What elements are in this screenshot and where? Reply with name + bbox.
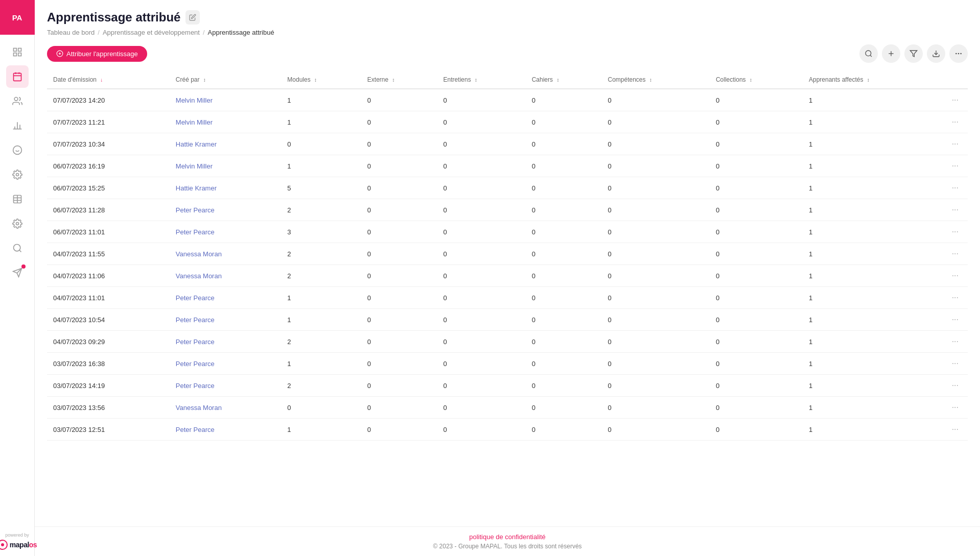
cell-cahiers: 0 bbox=[526, 221, 602, 243]
row-more-button[interactable]: ··· bbox=[949, 248, 962, 259]
copyright-text: © 2023 - Groupe MAPAL. Tous les droits s… bbox=[47, 543, 968, 550]
sidebar-item-reports[interactable] bbox=[6, 114, 29, 137]
table-row: 06/07/2023 15:25 Hattie Kramer 5 0 0 0 0… bbox=[47, 177, 968, 199]
cell-row-actions: ··· bbox=[943, 199, 968, 221]
privacy-link[interactable]: politique de confidentialité bbox=[47, 533, 968, 541]
page-title: Apprentissage attribué bbox=[47, 10, 180, 25]
cell-apprenants: 1 bbox=[803, 397, 943, 419]
cell-creator[interactable]: Peter Pearce bbox=[170, 375, 282, 397]
col-header-creator[interactable]: Créé par ↕ bbox=[170, 71, 282, 89]
sort-entretiens-icon: ↕ bbox=[475, 77, 477, 83]
cell-apprenants: 1 bbox=[803, 221, 943, 243]
filter-button[interactable] bbox=[904, 44, 923, 63]
cell-creator[interactable]: Peter Pearce bbox=[170, 287, 282, 309]
cell-creator[interactable]: Peter Pearce bbox=[170, 199, 282, 221]
cell-cahiers: 0 bbox=[526, 265, 602, 287]
sort-creator-icon: ↕ bbox=[203, 77, 206, 83]
cell-externe: 0 bbox=[361, 353, 437, 375]
cell-creator[interactable]: Melvin Miller bbox=[170, 89, 282, 111]
sidebar-item-assign[interactable] bbox=[6, 65, 29, 88]
row-more-button[interactable]: ··· bbox=[949, 182, 962, 194]
cell-externe: 0 bbox=[361, 397, 437, 419]
more-options-button[interactable] bbox=[949, 44, 968, 63]
assign-learning-button[interactable]: Attribuer l'apprentissage bbox=[47, 46, 147, 62]
cell-creator[interactable]: Peter Pearce bbox=[170, 309, 282, 331]
cell-creator[interactable]: Vanessa Moran bbox=[170, 397, 282, 419]
row-more-button[interactable]: ··· bbox=[949, 116, 962, 128]
cell-modules: 1 bbox=[281, 309, 361, 331]
sidebar-item-satisfaction[interactable] bbox=[6, 139, 29, 161]
sort-apprenants-icon: ↕ bbox=[867, 77, 870, 83]
svg-point-16 bbox=[16, 174, 18, 176]
col-header-cahiers[interactable]: Cahiers ↕ bbox=[526, 71, 602, 89]
cell-competences: 0 bbox=[602, 419, 710, 441]
cell-cahiers: 0 bbox=[526, 111, 602, 133]
sidebar-item-search[interactable] bbox=[6, 237, 29, 259]
cell-creator[interactable]: Peter Pearce bbox=[170, 419, 282, 441]
edit-title-button[interactable] bbox=[185, 10, 200, 25]
cell-date: 06/07/2023 16:19 bbox=[47, 155, 170, 177]
cell-creator[interactable]: Peter Pearce bbox=[170, 331, 282, 353]
row-more-button[interactable]: ··· bbox=[949, 424, 962, 435]
cell-row-actions: ··· bbox=[943, 177, 968, 199]
row-more-button[interactable]: ··· bbox=[949, 380, 962, 391]
breadcrumb-link-dashboard[interactable]: Tableau de bord bbox=[47, 29, 95, 36]
row-more-button[interactable]: ··· bbox=[949, 204, 962, 215]
col-header-competences[interactable]: Compétences ↕ bbox=[602, 71, 710, 89]
table-body: 07/07/2023 14:20 Melvin Miller 1 0 0 0 0… bbox=[47, 89, 968, 441]
cell-entretiens: 0 bbox=[437, 89, 526, 111]
sidebar-item-config[interactable] bbox=[6, 212, 29, 235]
cell-creator[interactable]: Vanessa Moran bbox=[170, 265, 282, 287]
breadcrumb-link-learning[interactable]: Apprentissage et développement bbox=[103, 29, 200, 36]
row-more-button[interactable]: ··· bbox=[949, 336, 962, 347]
sidebar-item-modules[interactable] bbox=[6, 188, 29, 210]
cell-entretiens: 0 bbox=[437, 243, 526, 265]
sidebar-item-dashboard[interactable] bbox=[6, 41, 29, 63]
cell-apprenants: 1 bbox=[803, 133, 943, 155]
sidebar-item-announce[interactable] bbox=[6, 261, 29, 284]
cell-modules: 1 bbox=[281, 155, 361, 177]
svg-point-35 bbox=[961, 53, 961, 54]
row-more-button[interactable]: ··· bbox=[949, 358, 962, 369]
cell-creator[interactable]: Hattie Kramer bbox=[170, 177, 282, 199]
row-more-button[interactable]: ··· bbox=[949, 138, 962, 150]
cell-creator[interactable]: Melvin Miller bbox=[170, 155, 282, 177]
add-button[interactable] bbox=[882, 44, 900, 63]
cell-date: 04/07/2023 09:29 bbox=[47, 331, 170, 353]
col-header-entretiens[interactable]: Entretiens ↕ bbox=[437, 71, 526, 89]
cell-creator[interactable]: Hattie Kramer bbox=[170, 133, 282, 155]
row-more-button[interactable]: ··· bbox=[949, 292, 962, 303]
cell-creator[interactable]: Peter Pearce bbox=[170, 353, 282, 375]
cell-creator[interactable]: Peter Pearce bbox=[170, 221, 282, 243]
table-row: 03/07/2023 12:51 Peter Pearce 1 0 0 0 0 … bbox=[47, 419, 968, 441]
cell-externe: 0 bbox=[361, 155, 437, 177]
cell-creator[interactable]: Melvin Miller bbox=[170, 111, 282, 133]
assign-icon bbox=[12, 71, 22, 82]
page-footer: politique de confidentialité © 2023 - Gr… bbox=[35, 526, 980, 556]
search-button[interactable] bbox=[859, 44, 878, 63]
col-header-date[interactable]: Date d'émission ↓ bbox=[47, 71, 170, 89]
row-more-button[interactable]: ··· bbox=[949, 270, 962, 281]
download-button[interactable] bbox=[927, 44, 945, 63]
cell-row-actions: ··· bbox=[943, 419, 968, 441]
sidebar-item-settings[interactable] bbox=[6, 163, 29, 186]
breadcrumb: Tableau de bord / Apprentissage et dével… bbox=[47, 29, 968, 36]
col-header-modules[interactable]: Modules ↕ bbox=[281, 71, 361, 89]
sidebar-item-users[interactable] bbox=[6, 90, 29, 112]
row-more-button[interactable]: ··· bbox=[949, 94, 962, 106]
cell-creator[interactable]: Vanessa Moran bbox=[170, 243, 282, 265]
cell-cahiers: 0 bbox=[526, 133, 602, 155]
row-more-button[interactable]: ··· bbox=[949, 226, 962, 237]
col-header-collections[interactable]: Collections ↕ bbox=[710, 71, 803, 89]
row-more-button[interactable]: ··· bbox=[949, 160, 962, 172]
cell-collections: 0 bbox=[710, 309, 803, 331]
svg-point-34 bbox=[958, 53, 959, 54]
table-row: 03/07/2023 16:38 Peter Pearce 1 0 0 0 0 … bbox=[47, 353, 968, 375]
cell-date: 03/07/2023 14:19 bbox=[47, 375, 170, 397]
row-more-button[interactable]: ··· bbox=[949, 402, 962, 413]
cell-externe: 0 bbox=[361, 331, 437, 353]
cell-modules: 2 bbox=[281, 375, 361, 397]
col-header-externe[interactable]: Externe ↕ bbox=[361, 71, 437, 89]
col-header-apprenants[interactable]: Apprenants affectés ↕ bbox=[803, 71, 943, 89]
row-more-button[interactable]: ··· bbox=[949, 314, 962, 325]
